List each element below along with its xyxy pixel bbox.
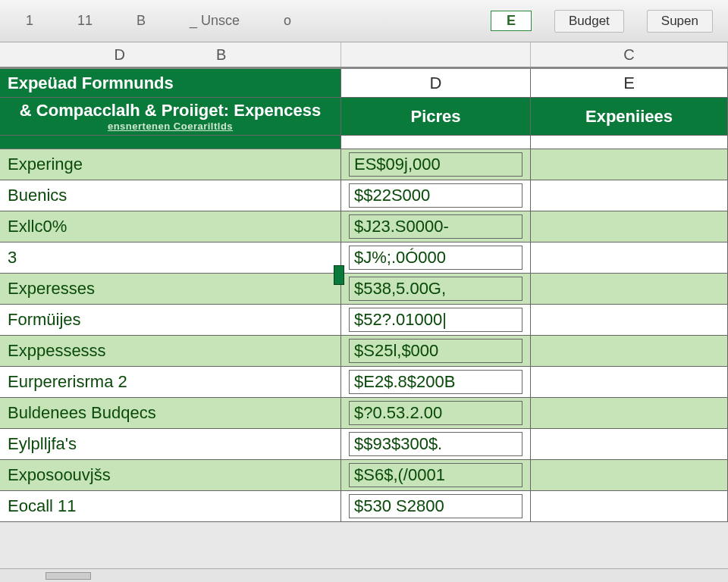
row-label[interactable]: Eocall 11 [0,491,341,522]
spreadsheet-grid[interactable]: Expeüad Formnunds D E & Compacclalh & Pr… [0,68,728,522]
row-label[interactable]: Eurpererisrma 2 [0,367,341,398]
scrollbar-thumb[interactable] [46,572,91,580]
row-empty[interactable] [531,180,728,211]
active-cell-cursor [334,265,344,285]
row-value[interactable]: $S25l,$000 [341,336,531,367]
row-value[interactable]: $?0.53.2.00 [341,398,531,429]
column-head-expeniiees[interactable]: Expeniiees [531,98,728,136]
outer-column-headers: D B C [0,42,728,68]
outer-col-d[interactable]: D B [0,42,341,67]
row-empty[interactable] [531,367,728,398]
horizontal-scrollbar[interactable] [0,568,728,582]
ref-1: 1 [15,11,44,30]
inner-col-e[interactable]: E [531,69,728,98]
cell-ref-boxed[interactable]: E [491,11,532,31]
column-head-picres[interactable]: Picres [341,98,531,136]
row-value[interactable]: $52?.01000| [341,305,531,336]
row-label[interactable]: Buenics [0,180,341,211]
row-label[interactable]: Experinge [0,149,341,180]
row-empty[interactable] [531,274,728,305]
title-banner-1: Expeüad Formnunds [0,69,341,98]
row-empty[interactable] [531,242,728,274]
ref-4: _ Unsce [179,11,250,30]
inner-col-d[interactable]: D [341,69,531,98]
row-value[interactable]: $S6$,(/0001 [341,460,531,491]
row-label[interactable]: Exppessesss [0,336,341,367]
ref-2: 11 [67,11,103,30]
row-value[interactable]: $$22S000 [341,180,531,211]
separator-row [0,136,341,149]
title-banner-2: & Compacclalh & Proiiget: Expencess ensn… [0,98,341,136]
row-empty[interactable] [531,491,728,522]
supen-button[interactable]: Supen [647,10,713,33]
row-label[interactable]: Exllc0% [0,211,341,242]
row-label[interactable]: Formüijes [0,305,341,336]
row-empty[interactable] [531,149,728,180]
row-value[interactable]: $E2$.8$200B [341,367,531,398]
row-value[interactable]: $530 S2800 [341,491,531,522]
row-empty[interactable] [531,336,728,367]
row-value[interactable]: $J23.S0000- [341,211,531,242]
formula-bar-area: 1 11 B _ Unsce o E Budget Supen [0,0,728,42]
ref-5: o [273,11,302,30]
row-value[interactable]: ES$09j,000 [341,149,531,180]
ref-3: B [126,11,156,30]
row-value[interactable]: $538,5.00G, [341,274,531,305]
row-label[interactable]: Experesses [0,274,341,305]
row-empty[interactable] [531,211,728,242]
row-label[interactable]: Eylplljfa's [0,429,341,460]
row-value[interactable]: $$93$300$. [341,429,531,460]
row-empty[interactable] [531,305,728,336]
budget-button[interactable]: Budget [554,10,624,33]
row-empty[interactable] [531,460,728,491]
row-empty[interactable] [531,398,728,429]
row-label[interactable]: Exposoouvjšs [0,460,341,491]
row-value[interactable]: $J%;.0Ó000 [341,242,531,274]
outer-col-c[interactable]: C [531,42,728,67]
row-label[interactable]: 3 [0,242,341,274]
row-label[interactable]: Buldenees Budqecs [0,398,341,429]
row-empty[interactable] [531,429,728,460]
